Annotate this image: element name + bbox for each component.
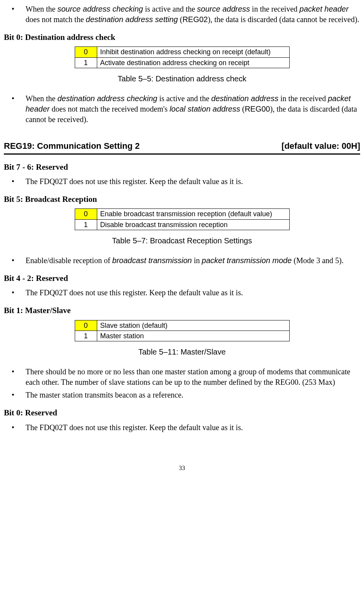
description-cell: Activate destination address checking on… [97,57,289,68]
table-row: 1Activate destination address checking o… [75,57,289,68]
reg19-heading: REG19: Communication Setting 2 [default … [4,140,360,155]
dest-check-table: 0Inhibit destination address checking on… [75,46,290,68]
table-row: 0Inhibit destination address checking on… [75,47,289,57]
bit0-reserved-bullet: The FDQ02T does not use this register. K… [4,422,360,433]
table-row: 0Enable broadcast transmission reception… [75,209,289,219]
table-row: 0Slave station (default) [75,320,289,331]
description-cell: Enable broadcast transmission reception … [97,209,289,219]
page-number: 33 [4,464,360,472]
value-cell: 1 [75,331,97,341]
table-row: 1Disable broadcast transmission receptio… [75,219,289,230]
table-row: 1Master station [75,331,289,341]
table-5-5-caption: Table 5–5: Destination address check [4,74,360,84]
value-cell: 0 [75,209,97,219]
description-cell: Slave station (default) [97,320,289,331]
value-cell: 0 [75,47,97,57]
source-check-bullet: When the source address checking is acti… [4,4,360,25]
bit7-6-bullet: The FDQ02T does not use this register. K… [4,176,360,187]
beacon-bullet: The master station transmits beacon as a… [4,390,360,400]
reg19-title: REG19: Communication Setting 2 [4,140,140,152]
master-slave-table: 0Slave station (default)1Master station [75,320,290,342]
dest-check-bullet: When the destination address checking is… [4,93,360,125]
bit4-2-bullet: The FDQ02T does not use this register. K… [4,288,360,298]
description-cell: Disable broadcast transmission reception [97,219,289,230]
reg19-default: [default value: 00H] [282,140,360,152]
bit0-dest-check-heading: Bit 0: Destination address check [4,32,360,43]
bit1-heading: Bit 1: Master/Slave [4,305,360,316]
broadcast-table: 0Enable broadcast transmission reception… [75,208,290,230]
table-5-11-caption: Table 5–11: Master/Slave [4,347,360,357]
master-count-bullet: There should be no more or no less than … [4,367,360,387]
value-cell: 0 [75,320,97,331]
description-cell: Inhibit destination address checking on … [97,47,289,57]
bit5-heading: Bit 5: Broadcast Reception [4,194,360,205]
description-cell: Master station [97,331,289,341]
table-5-7-caption: Table 5–7: Broadcast Reception Settings [4,236,360,246]
bit7-6-heading: Bit 7 - 6: Reserved [4,162,360,172]
value-cell: 1 [75,219,97,230]
bit0-reserved-heading: Bit 0: Reserved [4,407,360,418]
bit4-2-heading: Bit 4 - 2: Reserved [4,273,360,284]
value-cell: 1 [75,57,97,68]
broadcast-bullet: Enable/disable reception of broadcast tr… [4,255,360,266]
